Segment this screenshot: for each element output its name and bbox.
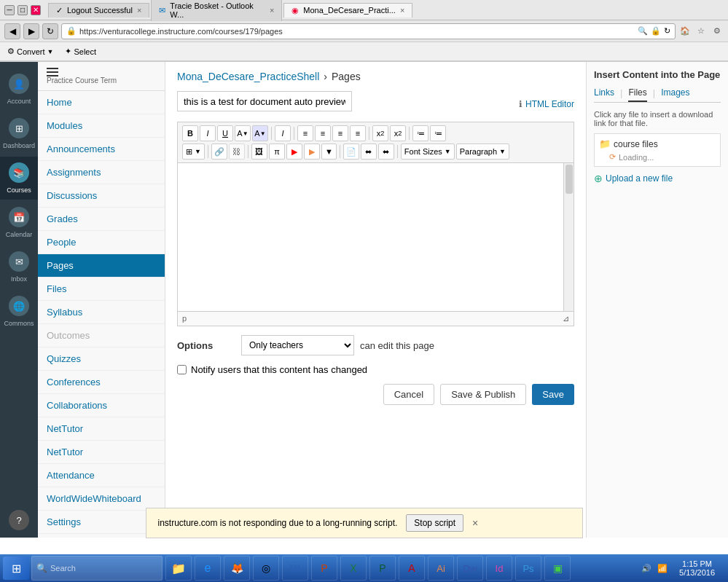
tab-logout[interactable]: ✓ Logout Successful × — [48, 3, 149, 17]
taskbar-ppt[interactable]: P — [311, 556, 337, 581]
taskbar-excel[interactable]: X — [340, 556, 367, 581]
editor-textarea[interactable] — [178, 163, 563, 311]
taskbar-canvas-nav[interactable]: ▣ — [544, 556, 571, 581]
tab-links[interactable]: Links — [594, 87, 614, 102]
sidebar-item-nettutor1[interactable]: NetTutor — [38, 417, 165, 441]
maximize-btn[interactable]: □ — [17, 5, 28, 15]
ordered-list-btn[interactable]: ≔ — [430, 125, 446, 141]
sidebar-item-grades[interactable]: Grades — [38, 208, 165, 231]
taskbar-acrobat[interactable]: A — [399, 556, 425, 581]
sidebar-item-pages[interactable]: Pages — [38, 254, 165, 278]
forward-btn[interactable]: ▶ — [23, 23, 39, 39]
sidebar-item-assignments[interactable]: Assignments — [38, 161, 165, 184]
convert-toolbar-item[interactable]: ⚙ Convert ▼ — [4, 45, 56, 58]
tab-canvas[interactable]: ◉ Mona_DeCesare_Practi... × — [283, 3, 412, 17]
doc-btn[interactable]: 📄 — [343, 143, 359, 160]
save-publish-button[interactable]: Save & Publish — [440, 384, 526, 405]
network-icon[interactable]: 📶 — [657, 564, 668, 573]
youtube-btn[interactable]: ▶ — [286, 143, 302, 160]
superscript-btn[interactable]: x2 — [372, 125, 388, 141]
tab-outlook-close[interactable]: × — [270, 6, 274, 15]
image-btn[interactable]: 🖼 — [251, 143, 267, 160]
select-toolbar-item[interactable]: ✦ Select — [62, 45, 99, 58]
align-justify-btn[interactable]: ≡ — [350, 125, 366, 141]
taskbar-folder[interactable]: 📁 — [165, 556, 192, 581]
sidebar-item-people[interactable]: People — [38, 231, 165, 254]
notification-close-btn[interactable]: × — [472, 517, 478, 529]
taskbar-dreamweaver[interactable]: Dw — [457, 556, 483, 581]
sidebar-item-conferences[interactable]: Conferences — [38, 371, 165, 394]
sidebar-item-dashboard[interactable]: ⊞ Dashboard — [0, 112, 38, 155]
underline-btn[interactable]: U — [217, 125, 233, 141]
resize-handle[interactable]: ⊿ — [563, 314, 569, 323]
tab-logout-close[interactable]: × — [137, 6, 141, 15]
taskbar-indesign[interactable]: Id — [486, 556, 512, 581]
sidebar-item-quizzes[interactable]: Quizzes — [38, 347, 165, 371]
sidebar-item-announcements[interactable]: Announcements — [38, 138, 165, 161]
save-button[interactable]: Save — [532, 384, 574, 405]
refresh-btn[interactable]: ↻ — [42, 23, 58, 39]
ltr-btn[interactable]: ⬌ — [361, 143, 377, 160]
sidebar-item-collaborations[interactable]: Collaborations — [38, 394, 165, 417]
bg-color-btn[interactable]: A▼ — [252, 125, 268, 141]
file-folder[interactable]: 📁 course files — [599, 138, 716, 149]
breadcrumb-course-link[interactable]: Mona_DeCesare_PracticeShell — [177, 71, 319, 82]
sidebar-item-syllabus[interactable]: Syllabus — [38, 301, 165, 324]
sidebar-item-outcomes[interactable]: Outcomes — [38, 324, 165, 347]
settings-icon[interactable]: ⚙ — [711, 25, 724, 38]
rtl-btn[interactable]: ⬌ — [378, 143, 394, 160]
taskbar-firefox[interactable]: 🦊 — [224, 556, 250, 581]
sidebar-item-account[interactable]: 👤 Account — [0, 68, 38, 111]
html-editor-link[interactable]: ℹ HTML Editor — [519, 99, 574, 109]
options-select[interactable]: Only teachers Teachers and students Anyo… — [241, 335, 354, 355]
sidebar-item-help[interactable]: ? — [0, 504, 38, 538]
minimize-btn[interactable]: ─ — [4, 5, 15, 15]
italic2-btn[interactable]: I — [275, 125, 291, 141]
notify-checkbox[interactable] — [177, 365, 187, 374]
sidebar-item-modules[interactable]: Modules — [38, 114, 165, 138]
back-btn[interactable]: ◀ — [4, 23, 20, 39]
font-sizes-dropdown[interactable]: Font Sizes ▼ — [401, 143, 455, 160]
tab-files[interactable]: Files — [628, 87, 646, 102]
bold-btn[interactable]: B — [182, 125, 198, 141]
paragraph-dropdown[interactable]: Paragraph ▼ — [456, 143, 509, 160]
embed-dropdown[interactable]: ▼ — [321, 143, 337, 160]
tab-canvas-close[interactable]: × — [400, 6, 404, 15]
sidebar-item-attendance[interactable]: Attendance — [38, 464, 165, 487]
taskbar-word[interactable]: W — [282, 556, 308, 581]
sidebar-item-nettutor2[interactable]: NetTutor — [38, 441, 165, 464]
unlink-btn[interactable]: ⛓ — [229, 143, 245, 160]
table-dropdown[interactable]: ⊞▼ — [182, 143, 205, 160]
taskbar-ie[interactable]: e — [195, 556, 221, 581]
sidebar-item-discussions[interactable]: Discussions — [38, 184, 165, 208]
media-btn[interactable]: ▶ — [304, 143, 320, 160]
upload-link[interactable]: ⊕ Upload a new file — [594, 173, 721, 184]
editor-scrollbar[interactable] — [563, 163, 574, 311]
align-left-btn[interactable]: ≡ — [297, 125, 313, 141]
taskbar-search[interactable]: 🔍 Search — [31, 556, 163, 581]
taskbar-illustrator[interactable]: Ai — [428, 556, 454, 581]
hamburger-icon[interactable] — [47, 68, 156, 76]
sidebar-item-inbox[interactable]: ✉ Inbox — [0, 245, 38, 288]
sidebar-item-courses[interactable]: 📚 Courses — [0, 157, 38, 200]
taskbar-photoshop[interactable]: Ps — [515, 556, 541, 581]
start-button[interactable]: ⊞ — [3, 557, 29, 580]
italic-btn[interactable]: I — [200, 125, 216, 141]
cancel-button[interactable]: Cancel — [383, 384, 434, 405]
speaker-icon[interactable]: 🔊 — [641, 564, 651, 573]
close-btn[interactable]: ✕ — [31, 5, 41, 15]
font-color-btn[interactable]: A▼ — [235, 125, 251, 141]
sidebar-item-commons[interactable]: 🌐 Commons — [0, 290, 38, 333]
taskbar-project[interactable]: P — [369, 556, 396, 581]
tab-images[interactable]: Images — [661, 87, 689, 102]
home-nav-icon[interactable]: 🏠 — [678, 25, 692, 38]
unordered-list-btn[interactable]: ≔ — [412, 125, 428, 141]
star-icon[interactable]: ☆ — [694, 25, 708, 38]
equation-btn[interactable]: π — [269, 143, 285, 160]
tab-outlook[interactable]: ✉ Tracie Bosket - Outlook W... × — [151, 0, 282, 21]
sidebar-item-home[interactable]: Home — [38, 91, 165, 114]
stop-script-button[interactable]: Stop script — [406, 514, 463, 532]
align-right-btn[interactable]: ≡ — [332, 125, 348, 141]
link-btn[interactable]: 🔗 — [211, 143, 227, 160]
sidebar-item-calendar[interactable]: 📅 Calendar — [0, 201, 38, 244]
